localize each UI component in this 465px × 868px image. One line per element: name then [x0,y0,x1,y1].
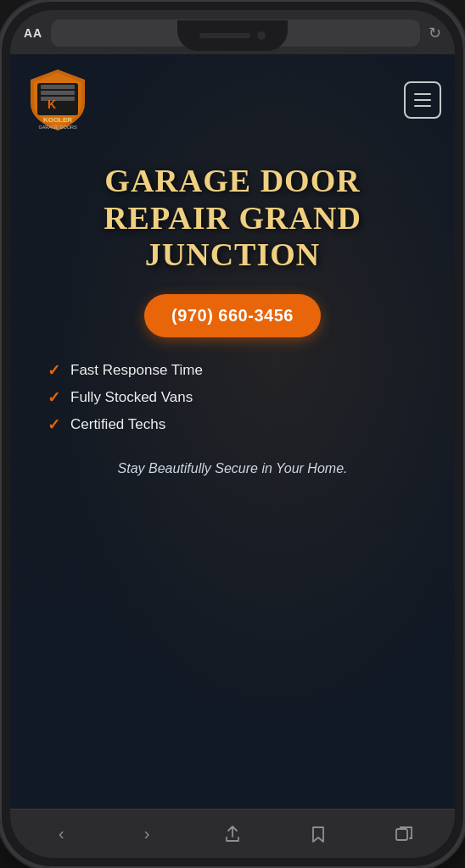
feature-text-3: Certified Techs [70,416,165,433]
hero-title-line2: REPAIR GRAND [104,200,361,236]
svg-rect-1 [41,85,75,89]
logo-svg: K KOOLER GARAGE DOORS [24,66,92,134]
bookmarks-button[interactable] [300,815,337,853]
reload-button[interactable]: ↻ [429,24,441,42]
feature-text-1: Fast Response Time [70,362,203,379]
feature-list: ✓ Fast Response Time ✓ Fully Stocked Van… [48,361,203,434]
svg-rect-2 [41,91,75,95]
svg-text:K: K [48,97,56,111]
check-icon-1: ✓ [48,361,60,380]
feature-item-2: ✓ Fully Stocked Vans [48,388,203,407]
menu-line-1 [414,93,431,95]
svg-text:GARAGE DOORS: GARAGE DOORS [38,125,77,130]
hero-title-line1: GARAGE DOOR [104,163,360,198]
menu-button[interactable] [404,81,441,119]
website-inner: K KOOLER GARAGE DOORS [10,54,455,809]
svg-rect-7 [396,829,407,840]
hero-section: GARAGE DOOR REPAIR GRAND JUNCTION (970) … [10,146,455,809]
website-content: K KOOLER GARAGE DOORS [10,54,455,809]
feature-item-1: ✓ Fast Response Time [48,361,203,380]
phone-screen: AA ↻ [10,10,455,858]
menu-line-2 [414,99,431,101]
camera [257,31,266,40]
forward-button[interactable]: › [128,815,165,853]
menu-line-3 [414,105,431,107]
notch [177,20,288,51]
svg-text:KOOLER: KOOLER [43,116,72,124]
check-icon-2: ✓ [48,388,60,407]
tabs-button[interactable] [385,815,423,853]
feature-item-3: ✓ Certified Techs [48,415,203,434]
browser-aa-label[interactable]: AA [24,26,42,40]
hero-title-line3: JUNCTION [145,236,320,272]
phone-frame: AA ↻ [0,0,465,868]
back-button[interactable]: ‹ [42,815,80,853]
logo[interactable]: K KOOLER GARAGE DOORS [24,66,92,134]
hero-title: GARAGE DOOR REPAIR GRAND JUNCTION [104,163,361,274]
tagline: Stay Beautifully Secure in Your Home. [101,461,365,476]
share-button[interactable] [214,815,251,853]
site-nav: K KOOLER GARAGE DOORS [10,54,455,146]
feature-text-2: Fully Stocked Vans [70,389,193,406]
check-icon-3: ✓ [48,415,60,434]
speaker [199,33,250,38]
svg-rect-3 [41,97,75,101]
cta-phone-button[interactable]: (970) 660-3456 [144,294,321,337]
bottom-browser-nav: ‹ › [10,809,455,858]
